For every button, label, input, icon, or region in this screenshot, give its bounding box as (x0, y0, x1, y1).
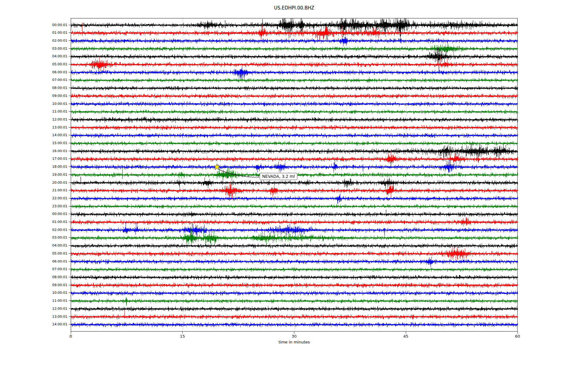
y-tick (69, 293, 71, 293)
row-label: 12:00:01 (18, 117, 67, 121)
y-tick (69, 309, 71, 309)
row-label: 00:00:01 (18, 23, 67, 27)
row-label: 17:00:01 (18, 157, 67, 161)
y-tick (69, 245, 71, 246)
row-label: 01:00:01 (18, 31, 67, 35)
y-tick (69, 261, 71, 262)
row-label: 23:00:01 (18, 204, 67, 208)
row-label: 18:00:01 (18, 165, 67, 169)
x-tick (71, 332, 71, 334)
y-tick (69, 237, 71, 238)
row-label: 10:00:01 (18, 291, 67, 295)
y-tick (69, 214, 71, 214)
row-label: 05:00:01 (18, 251, 67, 255)
y-tick (69, 72, 71, 72)
y-tick (69, 174, 71, 175)
x-tick-label: 30 (292, 334, 297, 339)
row-label: 06:00:01 (18, 259, 67, 263)
row-label: 13:00:01 (18, 315, 67, 319)
x-tick-label: 0 (70, 334, 72, 339)
row-label: 14:00:01 (18, 322, 67, 326)
row-label: 12:00:01 (18, 307, 67, 311)
figure-window: US.EDHPI.00.BHZ 00:00:0101:00:0102:00:01… (0, 0, 588, 368)
y-tick (69, 324, 71, 324)
y-tick (69, 182, 71, 183)
y-tick (69, 198, 71, 198)
y-tick (69, 135, 71, 135)
row-label: 02:00:01 (18, 39, 67, 43)
y-tick (69, 104, 71, 104)
y-tick (69, 222, 71, 222)
row-label: 06:00:01 (18, 70, 67, 74)
row-label: 00:00:01 (18, 212, 67, 216)
row-label: 09:00:01 (18, 94, 67, 98)
y-tick (69, 206, 71, 206)
row-label: 19:00:01 (18, 173, 67, 177)
y-tick (69, 230, 71, 230)
row-label: 16:00:01 (18, 149, 67, 153)
row-label: 13:00:01 (18, 125, 67, 129)
y-tick (69, 285, 71, 285)
y-tick (69, 253, 71, 254)
x-tick-label: 60 (515, 334, 520, 339)
y-tick (69, 167, 71, 167)
y-tick (69, 88, 71, 88)
row-label: 20:00:01 (18, 181, 67, 185)
x-tick-label: 45 (403, 334, 409, 339)
y-tick (69, 269, 71, 269)
row-label: 01:00:01 (18, 220, 67, 224)
y-tick (69, 143, 71, 143)
row-label: 11:00:01 (18, 109, 67, 113)
event-annotation: NEVADA, 3.2 ml (260, 173, 297, 180)
row-label: 03:00:01 (18, 47, 67, 51)
y-tick (69, 40, 71, 41)
y-tick (69, 277, 71, 277)
y-tick (69, 64, 71, 64)
x-tick-label: 15 (180, 334, 185, 339)
row-label: 21:00:01 (18, 188, 67, 192)
row-label: 10:00:01 (18, 102, 67, 106)
x-tick (518, 332, 518, 334)
y-tick (69, 56, 71, 56)
y-tick (69, 301, 71, 301)
row-label: 14:00:01 (18, 133, 67, 137)
row-label: 05:00:01 (18, 62, 67, 66)
y-tick (69, 119, 71, 120)
row-label: 08:00:01 (18, 275, 67, 279)
row-label: 15:00:01 (18, 141, 67, 145)
y-tick (69, 159, 71, 159)
row-label: 08:00:01 (18, 86, 67, 90)
y-tick (69, 316, 71, 317)
row-label: 07:00:01 (18, 267, 67, 271)
row-label: 22:00:01 (18, 196, 67, 200)
y-tick (69, 96, 71, 96)
y-tick (69, 80, 71, 80)
y-tick (69, 111, 71, 112)
row-label: 07:00:01 (18, 78, 67, 82)
row-label: 09:00:01 (18, 283, 67, 287)
row-label: 11:00:01 (18, 299, 67, 303)
row-label: 04:00:01 (18, 54, 67, 58)
chart-title: US.EDHPI.00.BHZ (71, 5, 518, 11)
row-label: 03:00:01 (18, 236, 67, 240)
y-tick (69, 25, 71, 25)
x-tick (406, 332, 406, 334)
row-label: 04:00:01 (18, 243, 67, 247)
x-tick (182, 332, 183, 334)
y-tick (69, 33, 71, 33)
y-tick (69, 190, 71, 190)
y-tick (69, 127, 71, 128)
y-tick (69, 151, 71, 151)
x-axis-label: time in minutes (71, 340, 518, 344)
row-label: 02:00:01 (18, 228, 67, 232)
x-tick (294, 332, 294, 334)
y-tick (69, 48, 71, 49)
